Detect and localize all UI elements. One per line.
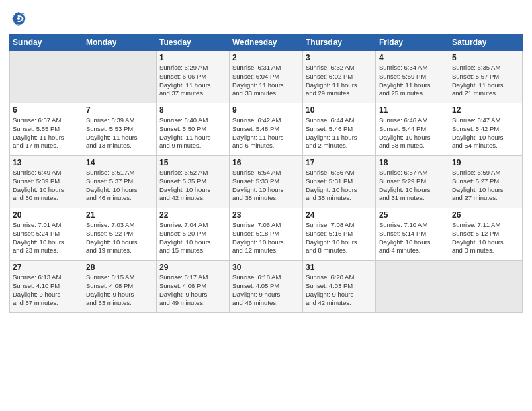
calendar-cell: 30Sunrise: 6:18 AM Sunset: 4:05 PM Dayli…: [230, 261, 303, 313]
calendar-cell: 1Sunrise: 6:29 AM Sunset: 6:06 PM Daylig…: [157, 51, 230, 103]
calendar-cell: 25Sunrise: 7:10 AM Sunset: 5:14 PM Dayli…: [376, 208, 449, 261]
calendar-cell: 20Sunrise: 7:01 AM Sunset: 5:24 PM Dayli…: [10, 208, 83, 261]
cell-daylight-info: Sunrise: 7:10 AM Sunset: 5:14 PM Dayligh…: [379, 221, 446, 255]
calendar-cell: 4Sunrise: 6:34 AM Sunset: 5:59 PM Daylig…: [376, 51, 449, 103]
weekday-header: Sunday: [10, 34, 83, 51]
day-number: 8: [159, 105, 226, 115]
calendar-week-row: 13Sunrise: 6:49 AM Sunset: 5:39 PM Dayli…: [10, 156, 523, 208]
day-number: 28: [86, 263, 153, 272]
weekday-header: Saturday: [449, 34, 523, 51]
day-number: 22: [159, 210, 226, 220]
cell-daylight-info: Sunrise: 6:18 AM Sunset: 4:05 PM Dayligh…: [232, 273, 300, 308]
cell-daylight-info: Sunrise: 7:01 AM Sunset: 5:24 PM Dayligh…: [13, 221, 80, 255]
calendar-cell: 13Sunrise: 6:49 AM Sunset: 5:39 PM Dayli…: [10, 156, 83, 208]
header: [9, 7, 523, 28]
calendar-cell: 8Sunrise: 6:40 AM Sunset: 5:50 PM Daylig…: [157, 103, 230, 156]
calendar-cell: 15Sunrise: 6:52 AM Sunset: 5:35 PM Dayli…: [157, 156, 230, 208]
calendar-cell: 26Sunrise: 7:11 AM Sunset: 5:12 PM Dayli…: [449, 208, 523, 261]
svg-point-2: [17, 17, 20, 20]
calendar-cell: [83, 51, 157, 103]
cell-daylight-info: Sunrise: 6:35 AM Sunset: 5:57 PM Dayligh…: [452, 64, 519, 98]
cell-daylight-info: Sunrise: 7:04 AM Sunset: 5:20 PM Dayligh…: [159, 221, 226, 255]
cell-daylight-info: Sunrise: 6:32 AM Sunset: 6:02 PM Dayligh…: [306, 64, 373, 98]
cell-daylight-info: Sunrise: 6:51 AM Sunset: 5:37 PM Dayligh…: [86, 169, 153, 203]
calendar-cell: 23Sunrise: 7:06 AM Sunset: 5:18 PM Dayli…: [230, 208, 303, 261]
day-number: 7: [86, 105, 153, 115]
calendar-week-row: 1Sunrise: 6:29 AM Sunset: 6:06 PM Daylig…: [10, 51, 523, 103]
calendar-cell: 21Sunrise: 7:03 AM Sunset: 5:22 PM Dayli…: [83, 208, 157, 261]
day-number: 13: [13, 158, 80, 167]
calendar-cell: 27Sunrise: 6:13 AM Sunset: 4:10 PM Dayli…: [10, 261, 83, 313]
cell-daylight-info: Sunrise: 6:29 AM Sunset: 6:06 PM Dayligh…: [159, 64, 226, 98]
day-number: 31: [306, 263, 373, 272]
cell-daylight-info: Sunrise: 6:54 AM Sunset: 5:33 PM Dayligh…: [232, 169, 300, 203]
cell-daylight-info: Sunrise: 6:15 AM Sunset: 4:08 PM Dayligh…: [86, 273, 153, 308]
calendar-week-row: 6Sunrise: 6:37 AM Sunset: 5:55 PM Daylig…: [10, 103, 523, 156]
page-container: SundayMondayTuesdayWednesdayThursdayFrid…: [0, 0, 532, 317]
day-number: 26: [452, 210, 519, 220]
calendar-cell: 11Sunrise: 6:46 AM Sunset: 5:44 PM Dayli…: [376, 103, 449, 156]
cell-daylight-info: Sunrise: 6:31 AM Sunset: 6:04 PM Dayligh…: [232, 64, 300, 98]
calendar-cell: 9Sunrise: 6:42 AM Sunset: 5:48 PM Daylig…: [230, 103, 303, 156]
cell-daylight-info: Sunrise: 6:17 AM Sunset: 4:06 PM Dayligh…: [159, 273, 226, 308]
cell-daylight-info: Sunrise: 6:46 AM Sunset: 5:44 PM Dayligh…: [379, 116, 446, 150]
logo: [9, 9, 31, 28]
day-number: 1: [159, 53, 226, 62]
calendar-cell: 24Sunrise: 7:08 AM Sunset: 5:16 PM Dayli…: [303, 208, 376, 261]
calendar-cell: 17Sunrise: 6:56 AM Sunset: 5:31 PM Dayli…: [303, 156, 376, 208]
day-number: 29: [159, 263, 226, 272]
calendar-table: SundayMondayTuesdayWednesdayThursdayFrid…: [9, 34, 523, 313]
calendar-cell: 7Sunrise: 6:39 AM Sunset: 5:53 PM Daylig…: [83, 103, 157, 156]
day-number: 16: [232, 158, 300, 167]
calendar-cell: 31Sunrise: 6:20 AM Sunset: 4:03 PM Dayli…: [303, 261, 376, 313]
weekday-header: Friday: [376, 34, 449, 51]
day-number: 10: [306, 105, 373, 115]
day-number: 4: [379, 53, 446, 62]
weekday-header: Monday: [83, 34, 157, 51]
calendar-cell: [449, 261, 523, 313]
day-number: 20: [13, 210, 80, 220]
calendar-cell: [376, 261, 449, 313]
calendar-week-row: 20Sunrise: 7:01 AM Sunset: 5:24 PM Dayli…: [10, 208, 523, 261]
day-number: 15: [159, 158, 226, 167]
cell-daylight-info: Sunrise: 6:56 AM Sunset: 5:31 PM Dayligh…: [306, 169, 373, 203]
cell-daylight-info: Sunrise: 6:20 AM Sunset: 4:03 PM Dayligh…: [306, 273, 373, 308]
cell-daylight-info: Sunrise: 7:06 AM Sunset: 5:18 PM Dayligh…: [232, 221, 300, 255]
cell-daylight-info: Sunrise: 7:08 AM Sunset: 5:16 PM Dayligh…: [306, 221, 373, 255]
cell-daylight-info: Sunrise: 6:39 AM Sunset: 5:53 PM Dayligh…: [86, 116, 153, 150]
calendar-cell: 12Sunrise: 6:47 AM Sunset: 5:42 PM Dayli…: [449, 103, 523, 156]
cell-daylight-info: Sunrise: 6:37 AM Sunset: 5:55 PM Dayligh…: [13, 116, 80, 150]
day-number: 6: [13, 105, 80, 115]
calendar-header-row: SundayMondayTuesdayWednesdayThursdayFrid…: [10, 34, 523, 51]
calendar-cell: [10, 51, 83, 103]
cell-daylight-info: Sunrise: 6:13 AM Sunset: 4:10 PM Dayligh…: [13, 273, 80, 308]
weekday-header: Wednesday: [230, 34, 303, 51]
day-number: 3: [306, 53, 373, 62]
weekday-header: Tuesday: [157, 34, 230, 51]
calendar-cell: 18Sunrise: 6:57 AM Sunset: 5:29 PM Dayli…: [376, 156, 449, 208]
day-number: 2: [232, 53, 300, 62]
cell-daylight-info: Sunrise: 6:52 AM Sunset: 5:35 PM Dayligh…: [159, 169, 226, 203]
cell-daylight-info: Sunrise: 6:49 AM Sunset: 5:39 PM Dayligh…: [13, 169, 80, 203]
calendar-cell: 16Sunrise: 6:54 AM Sunset: 5:33 PM Dayli…: [230, 156, 303, 208]
day-number: 24: [306, 210, 373, 220]
cell-daylight-info: Sunrise: 6:34 AM Sunset: 5:59 PM Dayligh…: [379, 64, 446, 98]
day-number: 27: [13, 263, 80, 272]
cell-daylight-info: Sunrise: 6:40 AM Sunset: 5:50 PM Dayligh…: [159, 116, 226, 150]
calendar-cell: 22Sunrise: 7:04 AM Sunset: 5:20 PM Dayli…: [157, 208, 230, 261]
cell-daylight-info: Sunrise: 6:57 AM Sunset: 5:29 PM Dayligh…: [379, 169, 446, 203]
calendar-cell: 29Sunrise: 6:17 AM Sunset: 4:06 PM Dayli…: [157, 261, 230, 313]
day-number: 9: [232, 105, 300, 115]
day-number: 19: [452, 158, 519, 167]
calendar-week-row: 27Sunrise: 6:13 AM Sunset: 4:10 PM Dayli…: [10, 261, 523, 313]
day-number: 11: [379, 105, 446, 115]
cell-daylight-info: Sunrise: 6:47 AM Sunset: 5:42 PM Dayligh…: [452, 116, 519, 150]
calendar-cell: 14Sunrise: 6:51 AM Sunset: 5:37 PM Dayli…: [83, 156, 157, 208]
day-number: 12: [452, 105, 519, 115]
cell-daylight-info: Sunrise: 7:03 AM Sunset: 5:22 PM Dayligh…: [86, 221, 153, 255]
day-number: 17: [306, 158, 373, 167]
day-number: 14: [86, 158, 153, 167]
cell-daylight-info: Sunrise: 7:11 AM Sunset: 5:12 PM Dayligh…: [452, 221, 519, 255]
calendar-cell: 28Sunrise: 6:15 AM Sunset: 4:08 PM Dayli…: [83, 261, 157, 313]
day-number: 21: [86, 210, 153, 220]
